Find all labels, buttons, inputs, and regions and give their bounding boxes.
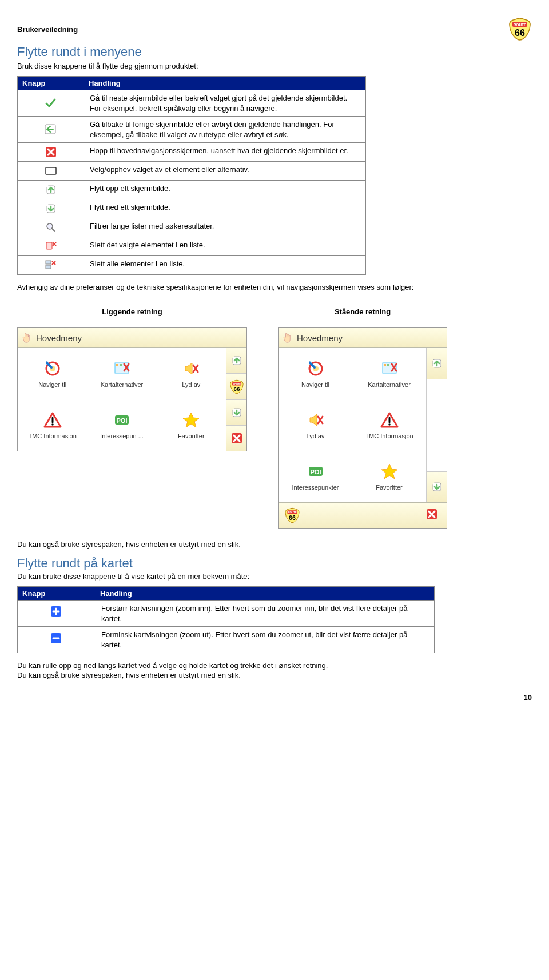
search-icon — [45, 221, 57, 234]
scroll-up-button[interactable] — [426, 348, 447, 379]
menu-item-fav[interactable]: Favoritter — [352, 451, 426, 502]
scrollbar-track[interactable] — [426, 379, 447, 472]
map-buttons-table: Knapp Handling Forstørr kartvisningen (z… — [17, 586, 435, 653]
menu-item-poi[interactable]: Interessepun ... — [87, 399, 156, 451]
target-icon — [307, 359, 325, 378]
scroll-up-button[interactable] — [226, 348, 246, 374]
route66-icon — [284, 507, 300, 523]
arrow-up-icon — [431, 357, 443, 370]
col-knapp: Knapp — [18, 587, 96, 601]
menu-item-naviger[interactable]: Naviger til — [18, 348, 87, 399]
arrow-down-icon — [431, 481, 443, 493]
table-row: Flytt ned ett skjermbilde. — [18, 199, 366, 218]
table-row: Forminsk kartvisningen (zoom ut). Etter … — [18, 627, 435, 653]
hand-icon — [282, 332, 293, 343]
section-title-map: Flytte rundt på kartet — [17, 556, 532, 571]
buttons-table: Knapp Handling Gå til neste skjermbilde … — [17, 76, 366, 275]
close-button[interactable] — [226, 426, 246, 451]
section1-after-table: Avhengig av dine preferanser og de tekni… — [17, 283, 532, 291]
menu-item-lydav[interactable]: Lyd av — [157, 348, 226, 399]
menu-item-kartalt[interactable]: Kartalternativer — [352, 348, 426, 399]
scroll-down-button[interactable] — [226, 400, 246, 426]
route66-button[interactable] — [279, 503, 306, 528]
close-button[interactable] — [419, 503, 447, 528]
star-icon — [182, 411, 200, 429]
col-knapp: Knapp — [18, 77, 85, 90]
route66-logo — [508, 17, 532, 41]
minus-icon — [50, 632, 63, 646]
page-number: 10 — [17, 693, 532, 702]
route66-button[interactable] — [226, 374, 246, 399]
table-row: Slett alle elementer i en liste. — [18, 256, 366, 275]
delete-one-icon — [45, 240, 57, 253]
check-icon — [45, 97, 57, 110]
map-icon — [380, 359, 399, 378]
arrow-down-icon — [45, 202, 57, 215]
map-icon — [113, 359, 131, 378]
hand-icon — [21, 332, 33, 343]
close-icon — [45, 146, 57, 158]
arrow-up-icon — [230, 354, 243, 367]
device-landscape-mock: Hovedmeny Naviger til Kartalternativer L… — [17, 327, 247, 451]
star-icon — [380, 462, 399, 481]
col-handling: Handling — [96, 587, 435, 601]
section1-after-orient: Du kan også bruke styrespaken, hvis enhe… — [17, 540, 532, 549]
menu-item-tmc[interactable]: TMC Informasjon — [352, 399, 426, 451]
back-icon — [44, 123, 58, 136]
arrow-up-icon — [45, 183, 57, 196]
table-row: Flytt opp ett skjermbilde. — [18, 181, 366, 199]
soundoff-icon — [182, 359, 200, 378]
section1-intro: Bruk disse knappene til å flytte deg gje… — [17, 62, 532, 70]
delete-all-icon — [45, 259, 57, 271]
checkbox-icon — [45, 165, 57, 177]
doc-title: Brukerveiledning — [17, 25, 78, 34]
close-icon — [230, 432, 243, 445]
plus-icon — [50, 605, 63, 619]
table-row: Gå tilbake til forrige skjermbilde eller… — [18, 117, 366, 143]
soundoff-icon — [307, 411, 325, 429]
close-icon — [425, 508, 440, 523]
poi-icon — [307, 462, 325, 481]
col-handling: Handling — [84, 77, 366, 90]
section2-after2: Du kan også bruke styrespaken, hvis enhe… — [17, 671, 532, 679]
route66-icon — [229, 379, 244, 394]
table-row: Slett det valgte elementet i en liste. — [18, 237, 366, 256]
titlebar-text: Hovedmeny — [297, 333, 343, 343]
target-icon — [43, 359, 62, 378]
warning-icon — [380, 411, 399, 429]
table-row: Forstørr kartvisningen (zoom inn). Etter… — [18, 601, 435, 627]
section2-after1: Du kan rulle opp og ned langs kartet ved… — [17, 661, 532, 670]
menu-item-naviger[interactable]: Naviger til — [279, 348, 352, 399]
menu-item-poi[interactable]: Interessepunkter — [279, 451, 352, 502]
menu-item-kartalt[interactable]: Kartalternativer — [87, 348, 156, 399]
table-row: Filtrer lange lister med søkeresultater. — [18, 218, 366, 237]
section2-intro: Du kan bruke disse knappene til å vise k… — [17, 572, 532, 581]
poi-icon — [113, 411, 131, 429]
titlebar-text: Hovedmeny — [36, 333, 82, 343]
table-row: Hopp til hovednavigasjonsskjermen, uanse… — [18, 143, 366, 162]
landscape-label: Liggende retning — [17, 307, 247, 316]
table-row: Gå til neste skjermbilde eller bekreft v… — [18, 90, 366, 117]
menu-item-lydav[interactable]: Lyd av — [279, 399, 352, 451]
table-row: Velg/opphev valget av et element eller a… — [18, 162, 366, 181]
portrait-label: Stående retning — [278, 307, 447, 316]
warning-icon — [43, 411, 62, 429]
menu-item-fav[interactable]: Favoritter — [157, 399, 226, 451]
section-title-menus: Flytte rundt i menyene — [17, 45, 532, 59]
scroll-down-button[interactable] — [426, 472, 447, 503]
arrow-down-icon — [230, 406, 243, 419]
device-portrait-mock: Hovedmeny Naviger til Kartalternativer L… — [278, 327, 447, 529]
menu-item-tmc[interactable]: TMC Informasjon — [18, 399, 87, 451]
